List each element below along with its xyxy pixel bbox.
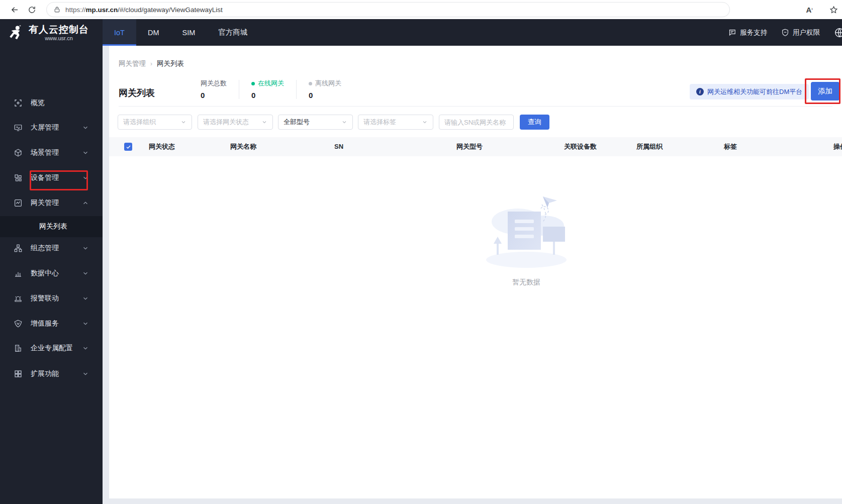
- column-gateway-status: 网关状态: [149, 137, 175, 156]
- main-area: 网关管理 › 网关列表 网关列表 网关总数 0 在线网关 0 离线网关 0: [103, 46, 842, 504]
- gateway-chart-icon: [14, 198, 23, 208]
- read-aloud-icon[interactable]: A⁾: [801, 2, 818, 17]
- chevron-down-icon: [261, 119, 267, 125]
- select-all-checkbox[interactable]: [124, 143, 132, 151]
- browser-bar: https://mp.usr.cn/#/cloud/gateway/ViewGa…: [0, 0, 842, 19]
- apps-grid-icon: [14, 369, 23, 378]
- chevron-up-icon: [82, 199, 89, 207]
- breadcrumb-current: 网关列表: [157, 59, 184, 68]
- divider: [296, 80, 297, 99]
- logo-title: 有人云控制台: [29, 24, 89, 35]
- chevron-down-icon: [82, 174, 89, 181]
- breadcrumb: 网关管理 › 网关列表: [119, 59, 184, 68]
- content-card: 网关管理 › 网关列表 网关列表 网关总数 0 在线网关 0 离线网关 0: [109, 46, 842, 498]
- sidebar-item-gateway-management[interactable]: 网关管理: [0, 194, 103, 212]
- divider: [119, 106, 832, 107]
- lock-icon: [54, 6, 60, 13]
- tab-iot[interactable]: IoT: [103, 19, 136, 46]
- org-select[interactable]: 请选择组织: [118, 115, 192, 130]
- browser-back-icon[interactable]: [6, 2, 23, 17]
- gateway-status-select[interactable]: 请选择网关状态: [198, 115, 273, 130]
- sidebar-item-extended-functions[interactable]: 扩展功能: [0, 365, 103, 383]
- filter-bar: 请选择组织 请选择网关状态 全部型号 请选择标签 查询: [109, 115, 842, 130]
- table-header-row: 网关状态 网关名称 SN 网关型号 关联设备数 所属组织 标签 操作: [109, 137, 842, 156]
- model-select[interactable]: 全部型号: [278, 115, 353, 130]
- url-text: https://mp.usr.cn/#/cloud/gateway/ViewGa…: [65, 6, 223, 14]
- header-tabs: IoT DM SIM 官方商城: [103, 19, 259, 46]
- shield-badge-icon: [781, 28, 789, 37]
- column-tags: 标签: [724, 137, 737, 156]
- logo-subtitle: www.usr.cn: [29, 35, 89, 41]
- chevron-down-icon: [82, 320, 89, 327]
- chevron-down-icon: [82, 295, 89, 302]
- column-linked-devices: 关联设备数: [564, 137, 597, 156]
- chevron-down-icon: [180, 119, 186, 125]
- breadcrumb-separator: ›: [150, 60, 152, 67]
- sidebar: 概览 大屏管理 场景管理 设备管理 网: [0, 46, 103, 504]
- tab-sim[interactable]: SIM: [171, 19, 207, 46]
- sidebar-item-value-added-services[interactable]: 增值服务: [0, 315, 103, 333]
- sidebar-item-device-management[interactable]: 设备管理: [0, 169, 103, 187]
- dm-platform-banner[interactable]: i 网关运维相关功能可前往DM平台: [690, 84, 809, 99]
- gateway-stats: 网关总数 0 在线网关 0 离线网关 0: [200, 79, 342, 99]
- service-support-link[interactable]: 服务支持: [728, 28, 767, 37]
- online-dot-icon: [251, 82, 255, 85]
- tab-official-store[interactable]: 官方商城: [207, 19, 259, 46]
- chevron-down-icon: [341, 119, 347, 125]
- sidebar-item-screen-management[interactable]: 大屏管理: [0, 119, 103, 137]
- offline-dot-icon: [309, 82, 312, 85]
- column-sn: SN: [334, 137, 343, 156]
- column-organization: 所属组织: [636, 137, 663, 156]
- column-gateway-model: 网关型号: [456, 137, 483, 156]
- bar-chart-icon: [14, 269, 23, 278]
- column-actions: 操作: [833, 137, 842, 156]
- topology-icon: [14, 244, 23, 253]
- chat-bubble-icon: [728, 28, 736, 37]
- favorite-star-icon[interactable]: [825, 2, 842, 17]
- building-icon: [14, 344, 23, 353]
- column-gateway-name: 网关名称: [230, 137, 256, 156]
- sidebar-item-enterprise-config[interactable]: 企业专属配置: [0, 339, 103, 357]
- browser-refresh-icon[interactable]: [23, 2, 40, 17]
- empty-state-illustration: [479, 195, 574, 271]
- sidebar-item-alarm-linkage[interactable]: 报警联动: [0, 289, 103, 308]
- query-button[interactable]: 查询: [520, 115, 549, 130]
- globe-icon[interactable]: [834, 27, 842, 38]
- user-permission-link[interactable]: 用户权限: [781, 28, 820, 37]
- browser-address-bar[interactable]: https://mp.usr.cn/#/cloud/gateway/ViewGa…: [46, 2, 730, 17]
- chevron-down-icon: [82, 270, 89, 277]
- empty-state-text: 暂无数据: [489, 278, 564, 287]
- value-shield-icon: [14, 319, 23, 328]
- device-grid-icon: [14, 173, 23, 182]
- logo[interactable]: 有人云控制台 www.usr.cn: [0, 19, 103, 46]
- chevron-down-icon: [422, 119, 428, 125]
- scene-cube-icon: [14, 148, 23, 157]
- chevron-down-icon: [82, 370, 89, 377]
- stat-total: 网关总数 0: [200, 79, 228, 99]
- app-header: 有人云控制台 www.usr.cn IoT DM SIM 官方商城 服务支持 用…: [0, 19, 842, 46]
- chevron-down-icon: [82, 245, 89, 252]
- alarm-siren-icon: [14, 294, 23, 303]
- chevron-down-icon: [82, 149, 89, 156]
- sidebar-item-scene-management[interactable]: 场景管理: [0, 144, 103, 162]
- divider: [239, 80, 239, 99]
- chevron-down-icon: [82, 124, 89, 131]
- sidebar-item-overview[interactable]: 概览: [0, 94, 103, 112]
- overview-icon: [14, 98, 23, 108]
- page-title: 网关列表: [119, 87, 155, 99]
- chevron-down-icon: [82, 345, 89, 352]
- stat-offline: 离线网关 0: [308, 79, 342, 99]
- info-icon: i: [696, 88, 704, 95]
- tab-dm[interactable]: DM: [136, 19, 171, 46]
- tag-select[interactable]: 请选择标签: [358, 115, 433, 130]
- breadcrumb-parent[interactable]: 网关管理: [119, 59, 146, 68]
- sn-search-input[interactable]: [439, 115, 514, 130]
- sidebar-item-gateway-list[interactable]: 网关列表: [0, 216, 103, 237]
- sidebar-item-data-center[interactable]: 数据中心: [0, 264, 103, 282]
- sidebar-item-configuration-management[interactable]: 组态管理: [0, 239, 103, 257]
- stat-online: 在线网关 0: [250, 79, 285, 99]
- big-screen-icon: [14, 123, 23, 132]
- add-gateway-button[interactable]: 添加: [811, 82, 839, 100]
- screen: https://mp.usr.cn/#/cloud/gateway/ViewGa…: [0, 0, 842, 504]
- usr-person-logo-icon: [8, 24, 25, 41]
